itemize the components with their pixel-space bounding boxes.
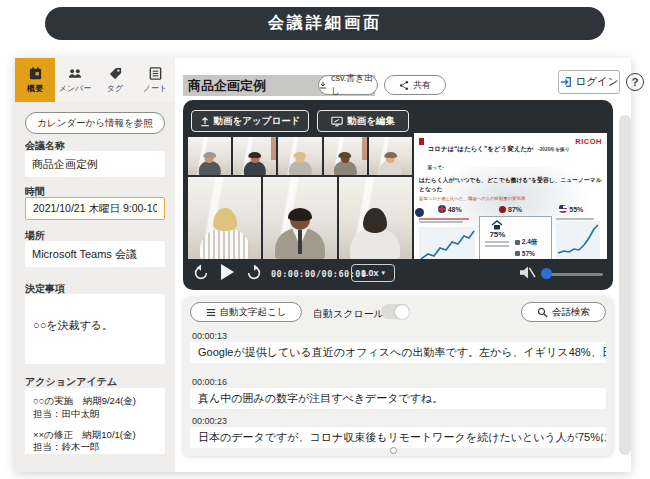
uk-flag-icon <box>438 205 446 213</box>
search-icon <box>537 307 548 318</box>
jp-dot-icon <box>499 206 506 213</box>
transcript-panel: 自動文字起こし 自動スクロール 会話検索 00:00:13 Googleが提供し… <box>183 296 613 456</box>
menu-icon <box>206 308 216 317</box>
auto-transcribe-label: 自動文字起こし <box>220 306 287 319</box>
volume-slider-track[interactable] <box>545 273 603 276</box>
download-icon <box>319 80 327 90</box>
stat-other-value: 57% <box>522 250 535 257</box>
action-items-box[interactable]: ○○の実施 納期9/24(金) 担当：田中太朗 ××の修正 納期10/1(金) … <box>25 388 165 454</box>
stat-increase: 2.4倍 <box>515 238 547 247</box>
page-scrollbar[interactable] <box>619 115 631 455</box>
login-icon <box>560 76 572 88</box>
video-player: 動画をアップロード 動画を編集 <box>183 100 613 290</box>
note-icon <box>148 66 163 81</box>
login-label: ログイン <box>576 75 619 89</box>
sidebar: 概要 メンバー タグ <box>15 58 175 472</box>
chevron-down-icon: ▾ <box>382 269 386 277</box>
stat-jp: 87% <box>499 205 522 213</box>
slide-title: コロナは“はたらく”をどう変えたか <box>427 145 533 152</box>
play-button[interactable] <box>221 264 234 280</box>
tab-label: メンバー <box>59 83 92 94</box>
tab-label: タグ <box>107 83 123 94</box>
page-title: 会議詳細画面 <box>268 13 382 34</box>
home-icon <box>491 220 503 230</box>
tab-members[interactable]: メンバー <box>55 58 95 102</box>
action-item-line: ○○の実施 納期9/24(金) <box>33 395 157 408</box>
upload-video-label: 動画をアップロード <box>214 115 301 128</box>
participant-tile <box>324 137 367 175</box>
members-icon <box>67 66 83 81</box>
speed-value: 1.0x <box>361 268 379 278</box>
participant-tile <box>278 137 321 175</box>
volume-slider-knob[interactable] <box>541 268 552 279</box>
ricoh-logo: RICOH <box>575 137 602 146</box>
stat-home-value: 75% <box>484 230 511 239</box>
participant-tile <box>233 137 276 175</box>
meeting-name-input[interactable] <box>25 151 165 177</box>
stat-jp-value: 87% <box>508 206 522 213</box>
stat-uk-value: 48% <box>448 206 462 213</box>
left-line-chart <box>419 216 475 259</box>
us-flag-icon <box>559 205 567 213</box>
tab-tags[interactable]: タグ <box>95 58 135 102</box>
mute-icon[interactable] <box>519 265 536 280</box>
presentation-slide: コロナは“はたらく”をどう変えたか -2020年を振り返って- RICOH はた… <box>414 133 607 259</box>
edit-video-button[interactable]: 動画を編集 <box>317 110 409 132</box>
share-label: 共有 <box>413 79 431 92</box>
app-window: 概要 メンバー タグ <box>15 58 631 472</box>
csv-export-button[interactable]: csv.書き出し <box>318 75 378 95</box>
login-button[interactable]: ログイン <box>558 70 620 94</box>
action-item-line: 担当：鈴木一郎 <box>33 441 157 454</box>
share-icon <box>399 80 409 91</box>
forward-icon[interactable] <box>245 264 263 282</box>
conversation-search-button[interactable]: 会話検索 <box>521 302 606 322</box>
transcript-entry[interactable]: Googleが提供している直近のオフィスへの出勤率です。左から、イギリス48%、… <box>190 342 606 363</box>
share-button[interactable]: 共有 <box>384 75 446 95</box>
device-icon <box>515 251 520 256</box>
action-item-line: 担当：田中太朗 <box>33 408 157 421</box>
transcript-entry[interactable]: 真ん中の囲みの数字が注目すべきデータですね。 <box>190 388 606 409</box>
csv-export-label: csv.書き出し <box>331 72 377 98</box>
place-input[interactable] <box>25 241 165 267</box>
decisions-box[interactable]: ○○を決裁する。 <box>25 294 165 364</box>
rewind-icon[interactable] <box>192 264 210 282</box>
transcript-entry[interactable]: 日本のデータですが、コロナ収束後もリモートワークを続けたいという人が75%にも達… <box>190 427 606 448</box>
participant-tile <box>188 177 261 259</box>
playback-speed-selector[interactable]: 1.0x ▾ <box>351 264 395 282</box>
slide-note: 新型コロナ禍と比べた、職場への人の移動量の変化率 <box>419 196 602 201</box>
auto-scroll-toggle[interactable] <box>381 304 409 319</box>
tab-notes[interactable]: ノート <box>135 58 175 102</box>
stat-other: 57% <box>515 250 547 257</box>
tab-label: ノート <box>143 83 167 94</box>
meeting-title: 商品企画定例 <box>188 77 266 95</box>
help-icon[interactable]: ? <box>626 73 644 91</box>
edit-video-label: 動画を編集 <box>347 115 395 128</box>
action-items-label: アクションアイテム <box>25 375 117 389</box>
conversation-search-label: 会話検索 <box>552 306 590 319</box>
upload-icon <box>200 116 210 127</box>
decisions-text: ○○を決裁する。 <box>33 319 113 331</box>
upload-video-button[interactable]: 動画をアップロード <box>191 110 309 132</box>
calendar-reference-button[interactable]: カレンダーから情報を参照 <box>25 112 165 134</box>
stat-us: 55% <box>559 205 583 213</box>
scroll-indicator-dot <box>390 447 397 454</box>
tab-overview[interactable]: 概要 <box>15 58 55 102</box>
sidebar-tabs: 概要 メンバー タグ <box>15 58 175 102</box>
participant-tile <box>339 177 412 259</box>
slide-accent-square <box>419 138 424 145</box>
auto-transcribe-button[interactable]: 自動文字起こし <box>190 302 302 322</box>
transcript-timestamp: 00:00:13 <box>192 331 227 341</box>
stat-us-value: 55% <box>569 206 583 213</box>
bullet-icon <box>415 208 424 217</box>
transcript-timestamp: 00:00:16 <box>192 377 227 387</box>
transcript-timestamp: 00:00:23 <box>192 416 227 426</box>
page-title-banner: 会議詳細画面 <box>45 7 605 40</box>
participant-tile <box>188 137 231 175</box>
stat-increase-value: 2.4倍 <box>522 238 538 247</box>
time-input[interactable] <box>25 197 165 220</box>
help-glyph: ? <box>632 76 639 88</box>
right-line-chart <box>556 216 602 259</box>
worker-icon <box>515 240 520 245</box>
stat-uk: 48% <box>438 205 462 213</box>
tag-icon <box>108 66 123 81</box>
